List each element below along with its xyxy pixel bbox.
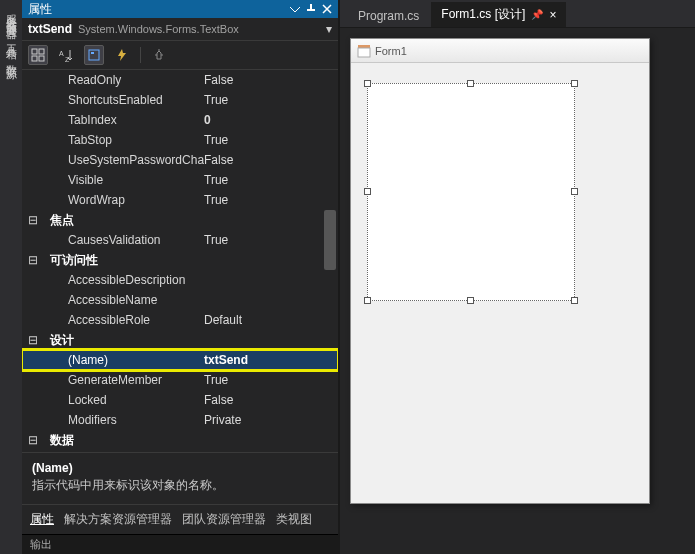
resize-handle-sw[interactable]	[364, 297, 371, 304]
form-body[interactable]	[351, 63, 649, 503]
property-value[interactable]: txtSend	[204, 353, 338, 367]
property-row[interactable]: VisibleTrue	[22, 170, 338, 190]
pin-icon[interactable]	[306, 4, 316, 14]
svg-rect-9	[91, 52, 94, 54]
tab-label: Program.cs	[358, 9, 419, 23]
help-name: (Name)	[32, 461, 328, 475]
scrollbar-thumb[interactable]	[324, 210, 336, 270]
property-name: 数据	[44, 432, 204, 449]
property-row[interactable]: ShortcutsEnabledTrue	[22, 90, 338, 110]
property-row[interactable]: AccessibleRoleDefault	[22, 310, 338, 330]
object-type: System.Windows.Forms.TextBox	[78, 23, 239, 35]
property-value[interactable]: Private	[204, 413, 338, 427]
property-name: TabIndex	[44, 113, 204, 127]
object-selector[interactable]: txtSend System.Windows.Forms.TextBox ▾	[22, 18, 338, 41]
expand-toggle[interactable]: ⊟	[22, 433, 44, 447]
tab-solution-explorer[interactable]: 解决方案资源管理器	[64, 511, 172, 528]
object-name: txtSend	[28, 22, 72, 36]
close-icon[interactable]	[322, 4, 332, 14]
property-value[interactable]: False	[204, 73, 338, 87]
tab-program-cs[interactable]: Program.cs	[348, 5, 429, 27]
property-category[interactable]: ⊟数据	[22, 430, 338, 450]
property-value[interactable]: True	[204, 373, 338, 387]
property-name: 可访问性	[44, 252, 204, 269]
property-category[interactable]: ⊟设计	[22, 330, 338, 350]
property-row[interactable]: CausesValidationTrue	[22, 230, 338, 250]
properties-panel: 属性 txtSend System.Windows.Forms.TextBox …	[22, 0, 340, 554]
properties-title-text: 属性	[28, 1, 52, 18]
property-value[interactable]: Default	[204, 313, 338, 327]
property-row[interactable]: TabIndex0	[22, 110, 338, 130]
document-tabs: Program.cs Form1.cs [设计] 📌 ×	[340, 0, 695, 28]
tab-team-explorer[interactable]: 团队资源管理器	[182, 511, 266, 528]
property-row[interactable]: ModifiersPrivate	[22, 410, 338, 430]
chevron-down-icon[interactable]: ▾	[326, 22, 332, 36]
tab-properties[interactable]: 属性	[30, 511, 54, 528]
svg-rect-11	[358, 48, 370, 57]
svg-rect-2	[32, 49, 37, 54]
tab-form1-design[interactable]: Form1.cs [设计] 📌 ×	[431, 2, 566, 27]
property-row[interactable]: ⊞(ApplicationSettings)	[22, 450, 338, 452]
property-name: CausesValidation	[44, 233, 204, 247]
events-icon[interactable]	[112, 45, 132, 65]
side-tab-server-explorer[interactable]: 服务器资源管理器	[4, 4, 19, 24]
property-value[interactable]: 0	[204, 113, 338, 127]
property-value[interactable]: True	[204, 193, 338, 207]
property-name: 设计	[44, 332, 204, 349]
property-row[interactable]: UseSystemPasswordCharFalse	[22, 150, 338, 170]
svg-rect-3	[39, 49, 44, 54]
property-row[interactable]: WordWrapTrue	[22, 190, 338, 210]
property-row[interactable]: GenerateMemberTrue	[22, 370, 338, 390]
window-options-icon[interactable]	[290, 4, 300, 14]
property-category[interactable]: ⊟焦点	[22, 210, 338, 230]
property-pages-icon[interactable]	[149, 45, 169, 65]
resize-handle-s[interactable]	[467, 297, 474, 304]
property-row[interactable]: (Name)txtSend	[22, 350, 338, 370]
property-row[interactable]: AccessibleName	[22, 290, 338, 310]
svg-text:A: A	[59, 50, 64, 57]
side-tab-data-sources[interactable]: 数据源	[4, 54, 19, 64]
property-value[interactable]: True	[204, 173, 338, 187]
expand-toggle[interactable]: ⊟	[22, 333, 44, 347]
tab-class-view[interactable]: 类视图	[276, 511, 312, 528]
property-name: Visible	[44, 173, 204, 187]
editor-area: Program.cs Form1.cs [设计] 📌 × Form1	[340, 0, 695, 554]
selected-textbox[interactable]	[367, 83, 575, 301]
form-icon	[357, 44, 371, 58]
property-value[interactable]: True	[204, 133, 338, 147]
expand-toggle[interactable]: ⊟	[22, 253, 44, 267]
property-name: WordWrap	[44, 193, 204, 207]
side-tab-toolbox[interactable]: 工具箱	[4, 34, 19, 44]
properties-toolbar: AZ	[22, 41, 338, 70]
resize-handle-w[interactable]	[364, 188, 371, 195]
output-strip[interactable]: 输出	[22, 534, 338, 554]
resize-handle-nw[interactable]	[364, 80, 371, 87]
property-value[interactable]: False	[204, 393, 338, 407]
property-value[interactable]: True	[204, 93, 338, 107]
svg-rect-4	[32, 56, 37, 61]
resize-handle-e[interactable]	[571, 188, 578, 195]
property-row[interactable]: LockedFalse	[22, 390, 338, 410]
close-icon[interactable]: ×	[549, 8, 556, 22]
property-value[interactable]: True	[204, 233, 338, 247]
resize-handle-se[interactable]	[571, 297, 578, 304]
property-row[interactable]: TabStopTrue	[22, 130, 338, 150]
property-value[interactable]: False	[204, 153, 338, 167]
design-surface[interactable]: Form1	[340, 28, 695, 554]
categorized-icon[interactable]	[28, 45, 48, 65]
resize-handle-ne[interactable]	[571, 80, 578, 87]
help-description: 指示代码中用来标识该对象的名称。	[32, 477, 328, 494]
alphabetical-icon[interactable]: AZ	[56, 45, 76, 65]
expand-toggle[interactable]: ⊟	[22, 213, 44, 227]
form-window[interactable]: Form1	[350, 38, 650, 504]
property-grid[interactable]: ReadOnlyFalseShortcutsEnabledTrueTabInde…	[22, 70, 338, 452]
output-label: 输出	[30, 537, 52, 552]
resize-handle-n[interactable]	[467, 80, 474, 87]
pin-icon[interactable]: 📌	[531, 9, 543, 20]
property-row[interactable]: ReadOnlyFalse	[22, 70, 338, 90]
properties-icon[interactable]	[84, 45, 104, 65]
property-category[interactable]: ⊟可访问性	[22, 250, 338, 270]
property-help-box: (Name) 指示代码中用来标识该对象的名称。	[22, 452, 338, 504]
properties-titlebar: 属性	[22, 0, 338, 18]
property-row[interactable]: AccessibleDescription	[22, 270, 338, 290]
